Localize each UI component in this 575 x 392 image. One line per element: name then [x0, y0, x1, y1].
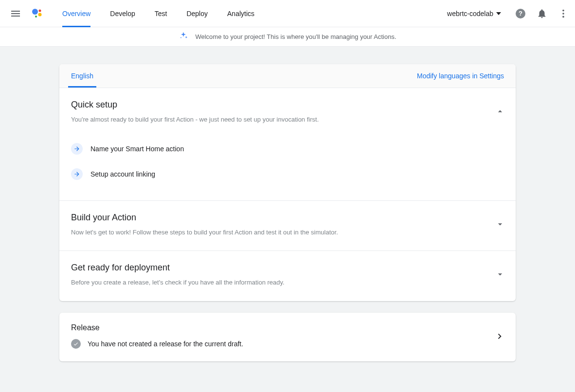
language-tab-english[interactable]: English	[59, 64, 105, 88]
setup-item-account-linking[interactable]: Setup account linking	[71, 161, 504, 187]
chevron-down-icon[interactable]	[495, 269, 505, 281]
svg-point-2	[38, 13, 42, 16]
build-desc: Now let's get to work! Follow these step…	[71, 228, 504, 237]
deploy-title: Get ready for deployment	[71, 263, 504, 273]
dropdown-triangle-icon	[496, 12, 501, 15]
project-name: webrtc-codelab	[447, 10, 493, 18]
sparkle-icon	[179, 31, 188, 42]
notifications-bell-icon[interactable]	[536, 8, 548, 19]
section-deploy-ready[interactable]: Get ready for deployment Before you crea…	[59, 251, 516, 301]
release-card[interactable]: Release You have not created a release f…	[59, 313, 516, 361]
project-selector[interactable]: webrtc-codelab	[443, 10, 505, 18]
chevron-up-icon[interactable]	[495, 107, 505, 118]
svg-point-4	[562, 9, 564, 11]
arrow-right-icon	[71, 168, 83, 180]
quick-setup-desc: You're almost ready to build your first …	[71, 115, 504, 125]
arrow-right-icon	[71, 143, 83, 155]
assistant-logo-icon[interactable]	[31, 8, 43, 19]
setup-item-label: Setup account linking	[90, 170, 155, 178]
setup-item-label: Name your Smart Home action	[90, 145, 184, 153]
build-title: Build your Action	[71, 213, 504, 223]
release-row: You have not created a release for the c…	[71, 339, 504, 349]
quick-setup-items: Name your Smart Home action Setup accoun…	[71, 136, 504, 187]
more-vert-icon[interactable]	[557, 8, 569, 19]
section-quick-setup: Quick setup You're almost ready to build…	[59, 88, 516, 201]
chevron-down-icon[interactable]	[495, 219, 505, 231]
quick-setup-title: Quick setup	[71, 100, 504, 110]
main-card: English Modify languages in Settings Qui…	[59, 64, 516, 301]
svg-point-1	[39, 9, 41, 12]
nav-tab-develop[interactable]: Develop	[100, 0, 144, 27]
banner-text: Welcome to your project! This is where y…	[195, 33, 396, 40]
section-build-action[interactable]: Build your Action Now let's get to work!…	[59, 201, 516, 251]
svg-point-0	[32, 9, 38, 15]
svg-point-3	[35, 16, 37, 18]
header-right: webrtc-codelab ?	[443, 8, 569, 19]
nav-tab-analytics[interactable]: Analytics	[217, 0, 264, 27]
welcome-banner: Welcome to your project! This is where y…	[0, 27, 575, 47]
svg-point-5	[562, 13, 564, 15]
check-circle-icon	[71, 339, 81, 349]
language-bar: English Modify languages in Settings	[59, 64, 516, 88]
nav-tab-overview[interactable]: Overview	[53, 0, 100, 27]
release-title: Release	[71, 323, 504, 332]
hamburger-menu-icon[interactable]	[10, 8, 21, 19]
nav-tabs: Overview Develop Test Deploy Analytics	[53, 0, 264, 27]
chevron-right-icon[interactable]	[494, 331, 505, 343]
app-header: Overview Develop Test Deploy Analytics w…	[0, 0, 575, 27]
nav-tab-deploy[interactable]: Deploy	[177, 0, 217, 27]
help-icon[interactable]: ?	[515, 8, 526, 19]
nav-tab-test[interactable]: Test	[145, 0, 177, 27]
deploy-desc: Before you create a release, let's check…	[71, 278, 504, 287]
svg-point-6	[562, 16, 564, 18]
setup-item-name-action[interactable]: Name your Smart Home action	[71, 136, 504, 161]
modify-languages-link[interactable]: Modify languages in Settings	[417, 72, 504, 80]
release-text: You have not created a release for the c…	[88, 340, 243, 348]
page-body: English Modify languages in Settings Qui…	[0, 47, 575, 392]
